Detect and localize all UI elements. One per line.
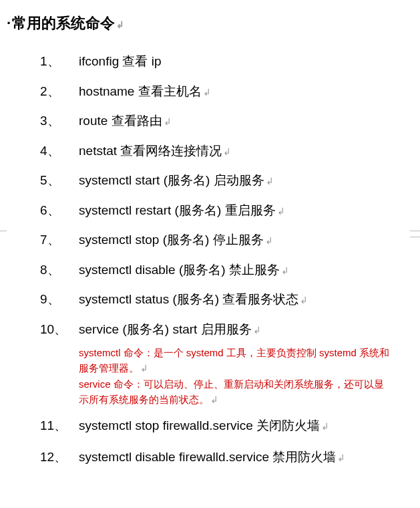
item-number: 2、 — [40, 82, 79, 102]
list-item: 2、 hostname 查看主机名↲ — [40, 82, 413, 102]
list-item: 6、 systemctl restart (服务名) 重启服务↲ — [40, 201, 413, 221]
return-mark-icon: ↲ — [265, 235, 273, 246]
list-item: 7、 systemctl stop (服务名) 停止服务↲ — [40, 231, 413, 250]
item-text: systemctl disable (服务名) 禁止服务↲ — [79, 261, 413, 280]
item-number: 9、 — [40, 290, 79, 309]
list-item: 10、 service (服务名) start 启用服务↲ — [40, 320, 413, 340]
list-item: 12、 systemctl disable firewalld.service … — [40, 448, 413, 467]
command-list-continued: 7、 systemctl stop (服务名) 停止服务↲ 8、 systemc… — [7, 231, 413, 339]
item-number: 6、 — [40, 201, 79, 221]
command-list: 1、 ifconfig 查看 ip 2、 hostname 查看主机名↲ 3、 … — [7, 52, 413, 220]
list-item: 4、 netstat 查看网络连接情况↲ — [40, 142, 413, 161]
list-item: 1、 ifconfig 查看 ip — [40, 52, 413, 72]
note-text: service 命令：可以启动、停止、重新启动和关闭系统服务，还可以显示所有系统… — [79, 378, 384, 405]
item-content: route 查看路由 — [79, 114, 162, 128]
item-text: systemctl status (服务名) 查看服务状态↲ — [79, 290, 413, 309]
return-mark-icon: ↲ — [116, 19, 124, 30]
list-item: 5、 systemctl start (服务名) 启动服务↲ — [40, 171, 413, 190]
item-text: systemctl stop (服务名) 停止服务↲ — [79, 231, 413, 250]
item-number: 4、 — [40, 142, 79, 161]
item-content: systemctl status (服务名) 查看服务状态 — [79, 292, 298, 306]
item-text: route 查看路由↲ — [79, 112, 413, 131]
list-item: 11、 systemctl stop firewalld.service 关闭防… — [40, 416, 413, 436]
item-content: systemctl start (服务名) 启动服务 — [79, 173, 264, 187]
item-text: service (服务名) start 启用服务↲ — [79, 320, 413, 340]
return-mark-icon: ↲ — [281, 265, 289, 276]
item-number: 3、 — [40, 112, 79, 131]
item-number: 10、 — [40, 320, 79, 340]
item-content: systemctl disable firewalld.service 禁用防火… — [79, 450, 336, 464]
return-mark-icon: ↲ — [300, 295, 308, 305]
item-content: systemctl stop firewalld.service 关闭防火墙 — [79, 418, 320, 432]
item-text: systemctl start (服务名) 启动服务↲ — [79, 171, 413, 190]
return-mark-icon: ↲ — [164, 116, 172, 127]
item-number: 11、 — [40, 416, 79, 436]
item-number: 8、 — [40, 261, 79, 280]
item-content: systemctl stop (服务名) 停止服务 — [79, 233, 264, 247]
return-mark-icon: ↲ — [140, 363, 148, 374]
item-content: ifconfig 查看 ip — [79, 54, 162, 68]
list-item: 9、 systemctl status (服务名) 查看服务状态↲ — [40, 290, 413, 309]
title-text: 常用的系统命令 — [12, 15, 115, 31]
list-item: 3、 route 查看路由↲ — [40, 112, 413, 131]
item-content: systemctl restart (服务名) 重启服务 — [79, 203, 276, 217]
note-text: systemctl 命令：是一个 systemd 工具，主要负责控制 syste… — [79, 347, 389, 374]
list-item: 8、 systemctl disable (服务名) 禁止服务↲ — [40, 261, 413, 280]
item-content: hostname 查看主机名 — [79, 84, 202, 98]
item-text: ifconfig 查看 ip — [79, 52, 413, 72]
return-mark-icon: ↲ — [337, 453, 345, 463]
item-text: hostname 查看主机名↲ — [79, 82, 413, 102]
note-line: systemctl 命令：是一个 systemd 工具，主要负责控制 syste… — [79, 346, 393, 376]
note-block: systemctl 命令：是一个 systemd 工具，主要负责控制 syste… — [7, 346, 413, 407]
title-bullet: · — [7, 15, 11, 32]
item-number: 5、 — [40, 171, 79, 190]
item-text: systemctl stop firewalld.service 关闭防火墙↲ — [79, 416, 413, 436]
return-mark-icon: ↲ — [321, 421, 329, 432]
item-content: netstat 查看网络连接情况 — [79, 144, 222, 158]
item-content: service (服务名) start 启用服务 — [79, 322, 252, 336]
return-mark-icon: ↲ — [203, 87, 211, 98]
return-mark-icon: ↲ — [266, 176, 274, 186]
return-mark-icon: ↲ — [253, 325, 261, 336]
item-number: 7、 — [40, 231, 79, 250]
item-text: systemctl disable firewalld.service 禁用防火… — [79, 448, 413, 467]
item-text: systemctl restart (服务名) 重启服务↲ — [79, 201, 413, 221]
item-number: 12、 — [40, 448, 79, 467]
item-content: systemctl disable (服务名) 禁止服务 — [79, 263, 280, 277]
command-list-end: 11、 systemctl stop firewalld.service 关闭防… — [7, 416, 413, 467]
return-mark-icon: ↲ — [223, 146, 231, 157]
item-text: netstat 查看网络连接情况↲ — [79, 142, 413, 161]
item-number: 1、 — [40, 52, 79, 72]
return-mark-icon: ↲ — [277, 206, 285, 217]
note-line: service 命令：可以启动、停止、重新启动和关闭系统服务，还可以显示所有系统… — [79, 377, 393, 407]
section-title: ·常用的系统命令↲ — [7, 13, 413, 33]
return-mark-icon: ↲ — [210, 394, 218, 405]
